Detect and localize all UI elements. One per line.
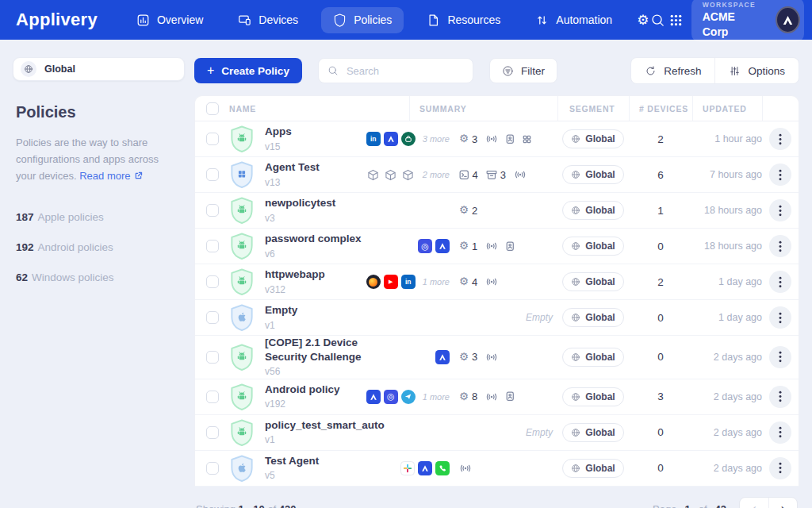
summary-app-icons xyxy=(435,350,450,364)
scope-selector[interactable]: Global xyxy=(13,57,185,81)
nav-item-resources[interactable]: Resources xyxy=(415,7,512,33)
table-row[interactable]: policy_test_smart_autov1EmptyGlobal02 da… xyxy=(195,415,799,451)
showing-summary: Showing 1 - 10 of 430 xyxy=(196,503,297,508)
row-checkbox[interactable] xyxy=(206,426,219,439)
updated-time: 2 days ago xyxy=(692,391,762,402)
row-menu-button[interactable] xyxy=(769,164,791,186)
segment-badge: Global xyxy=(562,423,623,442)
policy-version: v3 xyxy=(265,212,335,225)
row-checkbox[interactable] xyxy=(206,351,219,364)
row-menu-button[interactable] xyxy=(769,199,791,221)
row-menu-button[interactable] xyxy=(769,128,791,150)
row-checkbox[interactable] xyxy=(206,133,219,145)
inventory-icon: 3 xyxy=(486,169,506,181)
table-row[interactable]: Test Agentv5Global02 days ago xyxy=(195,451,799,487)
select-all-checkbox[interactable] xyxy=(206,102,219,115)
nav-item-overview[interactable]: Overview xyxy=(124,7,215,33)
row-checkbox[interactable] xyxy=(206,168,219,181)
table-row[interactable]: Appsv15in3 more⚙3Global21 hour ago xyxy=(195,121,799,157)
apps-grid-icon[interactable] xyxy=(667,6,685,34)
filter-button[interactable]: Filter xyxy=(489,58,557,83)
linkedin-app-icon: in xyxy=(366,132,381,146)
previous-page-button[interactable]: ‹ xyxy=(740,498,768,508)
nav-item-automation[interactable]: Automation xyxy=(523,7,624,33)
applivery-logo[interactable]: Applivery xyxy=(16,10,98,30)
more-apps-label: 1 more xyxy=(423,277,450,287)
table-row[interactable]: Agent Testv132 more43Global67 hours ago xyxy=(195,157,799,193)
segment-badge: Global xyxy=(562,165,623,184)
policy-name: Test Agent xyxy=(265,454,319,468)
network-broadcast-icon xyxy=(485,393,498,401)
network-broadcast-icon xyxy=(459,464,472,472)
table-header: NAME SUMMARY SEGMENT # DEVICES UPDATED xyxy=(195,96,799,121)
refresh-button[interactable]: Refresh xyxy=(631,58,714,83)
next-page-button[interactable]: › xyxy=(768,498,797,508)
settings-gear-icon: ⚙1 xyxy=(459,241,477,252)
row-menu-button[interactable] xyxy=(769,386,791,408)
table-row[interactable]: newpolicytestv3⚙2Global118 hours ago xyxy=(195,193,799,229)
package-icon xyxy=(401,167,416,182)
kiosk-mode-icon xyxy=(506,241,515,252)
summary-app-icons: ◎ xyxy=(418,239,450,253)
row-checkbox[interactable] xyxy=(206,275,219,288)
kebab-menu-icon xyxy=(779,312,782,324)
device-count: 0 xyxy=(629,351,692,363)
device-count: 0 xyxy=(629,426,692,438)
kebab-menu-icon xyxy=(779,276,782,288)
row-menu-button[interactable] xyxy=(769,457,791,479)
segment-badge: Global xyxy=(562,459,623,478)
device-count: 0 xyxy=(629,462,692,474)
toolbar: + Create Policy Filter Refresh xyxy=(194,57,799,84)
kiosk-mode-icon xyxy=(506,391,515,402)
options-button[interactable]: Options xyxy=(714,58,799,83)
nav-item-policies[interactable]: Policies xyxy=(321,7,404,33)
table-row[interactable]: [COPE] 2.1 Device Security Challengev56⚙… xyxy=(195,336,799,379)
external-link-icon xyxy=(134,171,143,180)
row-menu-button[interactable] xyxy=(769,346,791,368)
summary-app-icons xyxy=(400,461,450,475)
workspace-switcher[interactable]: WORKSPACE ACME Corp xyxy=(691,0,804,42)
policy-name: Android policy xyxy=(265,383,340,397)
updated-time: 18 hours ago xyxy=(692,205,762,216)
table-row[interactable]: Android policyv192◎1 more⚙8Global32 days… xyxy=(195,379,799,415)
kebab-menu-icon xyxy=(779,462,782,474)
row-menu-button[interactable] xyxy=(769,306,791,329)
row-checkbox[interactable] xyxy=(206,462,219,475)
settings-gear-icon[interactable]: ⚙ xyxy=(637,13,649,27)
summary-feature-icons: ⚙2 xyxy=(459,205,553,217)
table-row[interactable]: httpwebappv312▶in1 more⚙4Global21 day ag… xyxy=(195,264,799,300)
automation-icon xyxy=(535,13,549,27)
android-shield-icon xyxy=(229,232,255,260)
stat-android-policies: 192Android policies xyxy=(16,241,185,253)
package-icon xyxy=(384,167,398,182)
table-row[interactable]: password complexv6◎⚙1Global018 hours ago xyxy=(195,229,799,264)
read-more-link[interactable]: Read more xyxy=(79,170,130,182)
row-checkbox[interactable] xyxy=(206,311,219,324)
whatsapp-app-icon xyxy=(435,461,450,475)
updated-time: 1 hour ago xyxy=(692,133,762,144)
search-input[interactable] xyxy=(345,64,464,78)
segment-badge: Global xyxy=(562,129,623,148)
scope-label: Global xyxy=(44,64,75,75)
nav-item-devices[interactable]: Devices xyxy=(226,7,310,33)
devices-icon xyxy=(238,13,251,27)
updated-time: 2 days ago xyxy=(692,463,762,474)
table-row[interactable]: Emptyv1EmptyGlobal01 day ago xyxy=(195,300,799,336)
table-actions-group: Refresh Options xyxy=(630,57,799,84)
apps-grid-icon xyxy=(523,135,531,144)
search-icon[interactable] xyxy=(649,6,667,34)
row-menu-button[interactable] xyxy=(769,271,791,293)
android-shield-icon xyxy=(229,196,255,225)
row-checkbox[interactable] xyxy=(206,204,219,217)
row-menu-button[interactable] xyxy=(769,421,791,444)
policy-name: password complex xyxy=(265,232,362,246)
row-checkbox[interactable] xyxy=(206,240,219,252)
policy-name: policy_test_smart_auto xyxy=(265,418,385,433)
apple-shield-icon xyxy=(229,454,255,483)
row-menu-button[interactable] xyxy=(769,235,791,257)
android-shield-icon xyxy=(229,418,255,447)
authenticator-app-icon: ◎ xyxy=(418,239,432,253)
row-checkbox[interactable] xyxy=(206,391,219,403)
create-policy-button[interactable]: + Create Policy xyxy=(194,58,302,83)
applivery-app-icon xyxy=(366,390,381,404)
